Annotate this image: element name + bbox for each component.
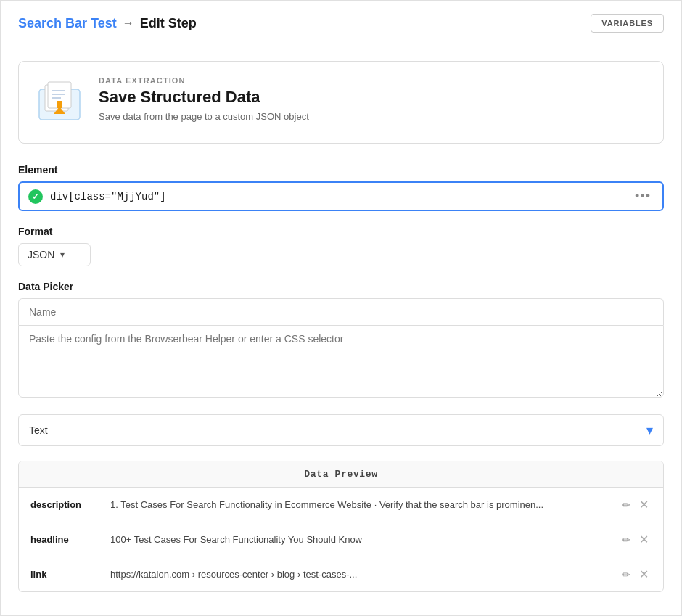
element-input[interactable] <box>50 191 625 202</box>
row-edit-button[interactable]: ✏ <box>619 533 633 547</box>
row-edit-button[interactable]: ✏ <box>619 498 633 512</box>
row-edit-button[interactable]: ✏ <box>619 567 633 582</box>
step-description: Save data from the page to a custom JSON… <box>99 111 309 122</box>
element-section: Element ••• <box>18 164 664 211</box>
row-delete-button[interactable]: ✕ <box>636 496 652 513</box>
header: Search Bar Test → Edit Step VARIABLES <box>1 1 681 46</box>
row-value: 1. Test Cases For Search Functionality i… <box>99 488 607 522</box>
row-actions: ✏ ✕ <box>607 557 663 592</box>
step-card: DATA EXTRACTION Save Structured Data Sav… <box>18 61 664 144</box>
variables-button[interactable]: VARIABLES <box>591 14 664 33</box>
format-label: Format <box>18 226 664 237</box>
data-preview-container: Data Preview description 1. Test Cases F… <box>18 461 664 592</box>
text-type-chevron-icon: ▾ <box>646 422 653 438</box>
step-info: DATA EXTRACTION Save Structured Data Sav… <box>99 76 309 122</box>
step-category: DATA EXTRACTION <box>99 76 309 85</box>
row-value: 100+ Test Cases For Search Functionality… <box>99 522 607 557</box>
header-title: Search Bar Test → Edit Step <box>18 16 197 31</box>
row-delete-button[interactable]: ✕ <box>636 566 652 583</box>
row-actions: ✏ ✕ <box>607 488 663 522</box>
element-check-icon <box>28 189 43 204</box>
step-icon <box>33 76 86 128</box>
data-preview-header: Data Preview <box>19 461 663 488</box>
row-key: description <box>19 488 99 522</box>
data-picker-config-textarea[interactable] <box>18 325 664 398</box>
table-row: description 1. Test Cases For Search Fun… <box>19 488 663 522</box>
format-chevron-icon: ▾ <box>60 250 65 260</box>
breadcrumb-link[interactable]: Search Bar Test <box>18 16 117 31</box>
element-input-wrapper[interactable]: ••• <box>18 181 664 211</box>
row-actions: ✏ ✕ <box>607 522 663 557</box>
svg-rect-7 <box>57 101 62 108</box>
text-type-selected: Text <box>29 424 48 436</box>
data-picker-section: Data Picker <box>18 281 664 400</box>
text-type-select[interactable]: Text ▾ <box>18 414 664 446</box>
main-content: DATA EXTRACTION Save Structured Data Sav… <box>1 46 681 607</box>
row-key: headline <box>19 522 99 557</box>
row-value: https://katalon.com › resources-center ›… <box>99 557 607 592</box>
format-selected-value: JSON <box>28 249 54 260</box>
element-label: Element <box>18 164 664 176</box>
element-more-button[interactable]: ••• <box>632 189 654 204</box>
arrow-separator: → <box>123 17 134 30</box>
text-type-section: Text ▾ <box>18 414 664 446</box>
current-page-label: Edit Step <box>140 16 197 31</box>
row-key: link <box>19 557 99 592</box>
data-picker-label: Data Picker <box>18 281 664 292</box>
table-row: headline 100+ Test Cases For Search Func… <box>19 522 663 557</box>
table-row: link https://katalon.com › resources-cen… <box>19 557 663 592</box>
row-delete-button[interactable]: ✕ <box>636 531 652 548</box>
step-title: Save Structured Data <box>99 88 309 107</box>
format-select[interactable]: JSON ▾ <box>18 243 91 266</box>
format-section: Format JSON ▾ <box>18 226 664 266</box>
data-preview-table: description 1. Test Cases For Search Fun… <box>19 488 663 591</box>
data-picker-name-input[interactable] <box>18 298 664 325</box>
